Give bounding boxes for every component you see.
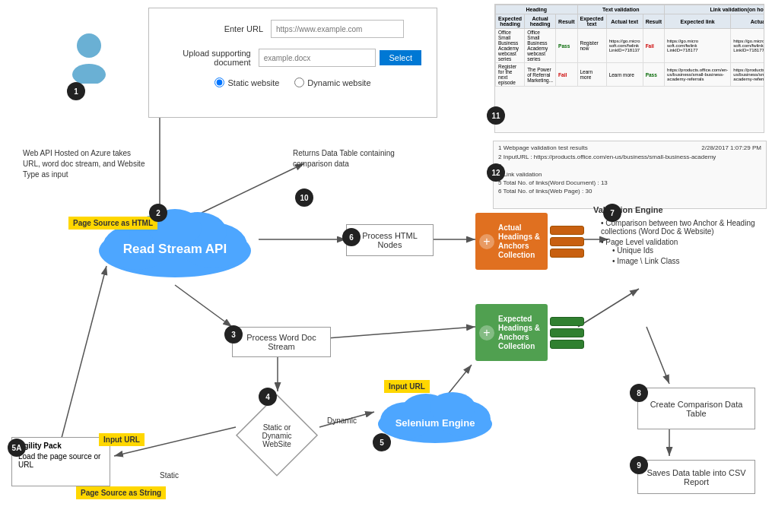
list-item: Unique Ids [612,246,761,255]
step-12-circle: 12 [487,163,505,182]
heading-col: Heading [496,5,578,14]
page-source-html-label: Page Source as HTML [68,217,157,230]
results-date: 2/28/2017 1:07:29 PM [701,144,761,151]
table-row: Office Small Business Academy webcast se… [496,29,765,63]
svg-line-11 [578,289,639,327]
step-1-circle: 1 [67,82,85,100]
link-val-col: Link validation(on hover) [665,5,764,14]
step-8-circle: 8 [630,384,648,402]
svg-text:Read Stream API: Read Stream API [123,242,227,256]
step-6-circle: 6 [342,228,361,246]
svg-line-5 [175,285,232,327]
step-10-circle: 10 [295,188,313,207]
expected-headings-label: Expected Headings & Anchors Collection [498,315,544,351]
results-link-val: 4 Link validation [498,171,761,178]
web-api-desc: Web API Hosted on Azure takes URL, word … [23,148,148,180]
agility-desc: Load the page source or URL [18,452,103,469]
dynamic-option[interactable]: Dynamic website [294,78,370,87]
input-form: Enter URL Upload supporting document Sel… [148,8,437,118]
process-word-box: Process Word Doc Stream [232,327,331,357]
svg-text:WebSite: WebSite [262,440,291,448]
results-web-links: 6 Total No. of links(Web Page) : 30 [498,188,761,195]
svg-line-15 [61,266,106,441]
actual-headings-label: Actual Headings & Anchors Collection [498,223,544,260]
agility-pack-box: Agility Pack Load the page source or URL [11,437,110,486]
validation-list: Comparison between two Anchor & Heading … [593,219,761,265]
svg-text:Dynamic: Dynamic [262,432,292,440]
page-source-string-label: Page Source as String [76,486,166,499]
create-comparison-box: Create Comparison Data Table [637,388,755,429]
diagram-container: 1 Enter URL Upload supporting document S… [0,0,772,532]
svg-line-12 [647,327,669,384]
results-area: 1 Webpage validation test results 2/28/2… [493,141,767,209]
url-input[interactable] [271,20,404,38]
list-item: Page Level validation Unique Ids Image \… [601,238,761,265]
step-9-circle: 9 [630,456,648,474]
table-row: Register for the next episode The Power … [496,63,765,87]
upload-input[interactable] [259,49,376,67]
expected-headings-box: + Expected Headings & Anchors Collection [475,304,586,361]
saves-data-box: Saves Data table into CSV Report [637,460,755,494]
step-11-circle: 11 [487,106,505,125]
url-label: Enter URL [164,24,263,33]
step-7-circle: 7 [603,204,621,222]
list-item: Comparison between two Anchor & Heading … [601,219,761,236]
static-option[interactable]: Static website [214,78,279,87]
read-stream-cloud: Read Stream API [91,194,259,281]
svg-point-17 [77,33,101,58]
user-icon [68,30,110,85]
text-val-col: Text validation [577,5,665,14]
url-row: Enter URL [164,20,421,38]
actual-headings-box: + Actual Headings & Anchors Collection [475,213,586,270]
agility-title: Agility Pack [18,442,103,450]
input-url-label-2: Input URL [99,433,145,446]
select-button[interactable]: Select [380,50,421,65]
website-type-row: Static website Dynamic website [164,78,421,87]
list-item: Image \ Link Class [612,257,761,265]
upload-label: Upload supporting document [164,49,251,67]
diamond-container: Static or Dynamic WebSite [234,391,321,479]
step-5a-circle: 5A [8,439,26,457]
svg-text:Static or: Static or [263,423,291,432]
step-4-circle: 4 [259,388,277,406]
svg-line-6 [327,327,475,338]
step-3-circle: 3 [224,325,243,344]
static-label: Static [160,471,179,480]
returns-data-desc: Returns Data Table containing comparison… [293,148,415,169]
step-2-circle: 2 [149,204,167,222]
preview-table: Heading Text validation Link validation(… [494,4,764,133]
results-blank: 3 [498,163,761,169]
results-url: 2 InputURL : https://products.office.com… [498,154,761,160]
step-5-circle: 5 [373,433,391,451]
svg-point-18 [72,64,106,84]
results-title: 1 Webpage validation test results [498,144,588,151]
input-url-label-1: Input URL [384,380,430,393]
dynamic-label: Dynamic [327,416,357,425]
upload-row: Upload supporting document Select [164,49,421,67]
svg-text:Selenium Engine: Selenium Engine [396,417,475,429]
results-word-links: 5 Total No. of links(Word Document) : 13 [498,179,761,186]
